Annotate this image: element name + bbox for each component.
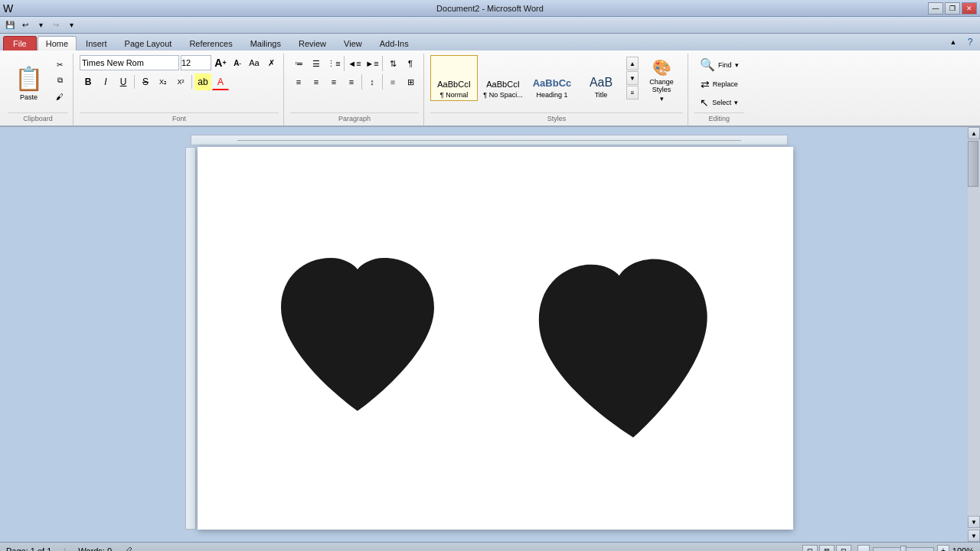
style-scroll-up[interactable]: ▲ xyxy=(626,57,639,70)
tab-home[interactable]: Home xyxy=(38,36,77,51)
left-margin xyxy=(0,127,11,542)
para-row-2: ≡ ≡ ≡ ≡ ↕ ■ ⊞ xyxy=(290,73,419,90)
font-size-input[interactable] xyxy=(181,55,211,70)
style-normal-preview: AaBbCcI xyxy=(437,80,470,90)
undo-button[interactable]: ↩ xyxy=(18,18,32,32)
scroll-thumb[interactable] xyxy=(968,141,978,187)
paragraph-label: Paragraph xyxy=(290,112,419,124)
maximize-button[interactable]: ❐ xyxy=(945,2,960,15)
full-screen-button[interactable]: ⊠ xyxy=(819,545,835,552)
tab-review[interactable]: Review xyxy=(290,36,335,51)
vertical-scrollbar[interactable]: ▲ ▼ ▼ xyxy=(968,127,980,542)
font-group: A+ A- Aa ✗ B I U S X₂ X² ab A Font xyxy=(75,54,284,126)
tab-mailings[interactable]: Mailings xyxy=(242,36,289,51)
tab-add-ins[interactable]: Add-Ins xyxy=(371,36,417,51)
scroll-down-button[interactable]: ▼ xyxy=(968,516,980,528)
sort-button[interactable]: ⇅ xyxy=(384,55,401,72)
zoom-slider[interactable] xyxy=(873,547,934,552)
numbering-button[interactable]: ☰ xyxy=(308,55,325,72)
next-page-button[interactable]: ▼ xyxy=(968,530,980,542)
style-no-spacing-label: ¶ No Spaci... xyxy=(483,91,522,99)
change-styles-button[interactable]: 🎨 Change Styles ▾ xyxy=(640,55,683,106)
zoom-in-button[interactable]: + xyxy=(937,545,949,552)
scroll-up-button[interactable]: ▲ xyxy=(968,127,980,139)
align-center-button[interactable]: ≡ xyxy=(308,73,325,90)
find-button[interactable]: 🔍 Find ▾ xyxy=(694,55,744,74)
document-scroll-area[interactable] xyxy=(11,127,968,542)
replace-button[interactable]: ⇄ Replace xyxy=(694,76,744,93)
style-title[interactable]: AaB Title xyxy=(577,55,625,101)
tab-insert[interactable]: Insert xyxy=(77,36,116,51)
redo-button[interactable]: ↪ xyxy=(49,18,63,32)
tab-page-layout[interactable]: Page Layout xyxy=(116,36,181,51)
borders-button[interactable]: ⊞ xyxy=(402,73,419,90)
decrease-indent-button[interactable]: ◄≡ xyxy=(346,55,363,72)
font-color-button[interactable]: A xyxy=(212,73,229,90)
save-button[interactable]: 💾 xyxy=(3,18,17,32)
style-normal[interactable]: AaBbCcI ¶ Normal xyxy=(430,55,478,101)
cut-button[interactable]: ✂ xyxy=(51,57,68,72)
ribbon-minimize-icon[interactable]: ▲ xyxy=(946,35,960,49)
tab-references[interactable]: References xyxy=(181,36,240,51)
clipboard-small-buttons: ✂ ⧉ 🖌 xyxy=(51,55,68,111)
close-button[interactable]: ✕ xyxy=(962,2,977,15)
bullets-button[interactable]: ≔ xyxy=(290,55,307,72)
style-no-spacing[interactable]: AaBbCcI ¶ No Spaci... xyxy=(479,55,527,101)
superscript-button[interactable]: X² xyxy=(172,73,189,90)
web-layout-button[interactable]: ⊟ xyxy=(836,545,851,552)
paste-button[interactable]: 📋 Paste xyxy=(8,55,50,111)
customize-button[interactable]: ▾ xyxy=(64,18,78,32)
shading-button[interactable]: ■ xyxy=(384,73,401,90)
change-case-button[interactable]: Aa xyxy=(247,55,262,70)
para-row-1: ≔ ☰ ⋮≡ ◄≡ ►≡ ⇅ ¶ xyxy=(290,55,419,72)
document-page[interactable] xyxy=(198,147,793,530)
multilevel-button[interactable]: ⋮≡ xyxy=(325,55,342,72)
copy-button[interactable]: ⧉ xyxy=(51,73,68,88)
heart-right xyxy=(526,246,727,461)
minimize-button[interactable]: — xyxy=(928,2,943,15)
font-label: Font xyxy=(80,112,279,124)
style-more[interactable]: ≡ xyxy=(626,86,639,99)
show-hide-button[interactable]: ¶ xyxy=(402,55,419,72)
help-icon[interactable]: ? xyxy=(963,35,977,49)
style-scroll-buttons: ▲ ▼ ≡ xyxy=(626,57,639,99)
increase-indent-button[interactable]: ►≡ xyxy=(364,55,381,72)
font-row-2: B I U S X₂ X² ab A xyxy=(80,73,279,90)
subscript-button[interactable]: X₂ xyxy=(155,73,172,90)
italic-button[interactable]: I xyxy=(97,73,114,90)
styles-label: Styles xyxy=(430,112,683,124)
align-right-button[interactable]: ≡ xyxy=(325,73,342,90)
style-heading1[interactable]: AaBbCc Heading 1 xyxy=(528,55,576,101)
bold-button[interactable]: B xyxy=(80,73,96,90)
format-painter-button[interactable]: 🖌 xyxy=(51,89,68,104)
paragraph-group: ≔ ☰ ⋮≡ ◄≡ ►≡ ⇅ ¶ ≡ ≡ ≡ ≡ ↕ ■ ⊞ xyxy=(286,54,424,126)
ribbon-tabs: File Home Insert Page Layout References … xyxy=(0,34,980,51)
heart-left xyxy=(273,250,442,426)
line-spacing-button[interactable]: ↕ xyxy=(364,73,381,90)
editing-label: Editing xyxy=(694,112,744,124)
grow-font-button[interactable]: A+ xyxy=(213,55,228,70)
title-bar-controls[interactable]: — ❐ ✕ xyxy=(928,2,977,15)
highlight-button[interactable]: ab xyxy=(194,73,211,90)
shrink-font-button[interactable]: A- xyxy=(230,55,245,70)
tab-view[interactable]: View xyxy=(335,36,371,51)
clear-format-button[interactable]: ✗ xyxy=(263,55,279,70)
print-layout-button[interactable]: ⊡ xyxy=(802,545,818,552)
zoom-out-button[interactable]: - xyxy=(858,545,870,552)
select-button[interactable]: ↖ Select ▾ xyxy=(694,94,744,111)
style-title-preview: AaB xyxy=(590,75,612,90)
title-bar: W Document2 - Microsoft Word — ❐ ✕ xyxy=(0,0,980,17)
justify-button[interactable]: ≡ xyxy=(343,73,360,90)
style-scroll-down[interactable]: ▼ xyxy=(626,71,639,85)
select-arrow: ▾ xyxy=(734,99,738,106)
strikethrough-button[interactable]: S xyxy=(137,73,154,90)
underline-button[interactable]: U xyxy=(115,73,132,90)
align-left-button[interactable]: ≡ xyxy=(290,73,307,90)
tab-file[interactable]: File xyxy=(3,36,37,51)
find-label: Find xyxy=(718,61,732,69)
style-gallery: AaBbCcI ¶ Normal AaBbCcI ¶ No Spaci... A… xyxy=(430,55,639,101)
font-name-input[interactable] xyxy=(80,55,179,70)
style-heading1-label: Heading 1 xyxy=(536,91,567,99)
undo-dropdown[interactable]: ▾ xyxy=(34,18,47,32)
clipboard-content: 📋 Paste ✂ ⧉ 🖌 xyxy=(8,55,68,111)
